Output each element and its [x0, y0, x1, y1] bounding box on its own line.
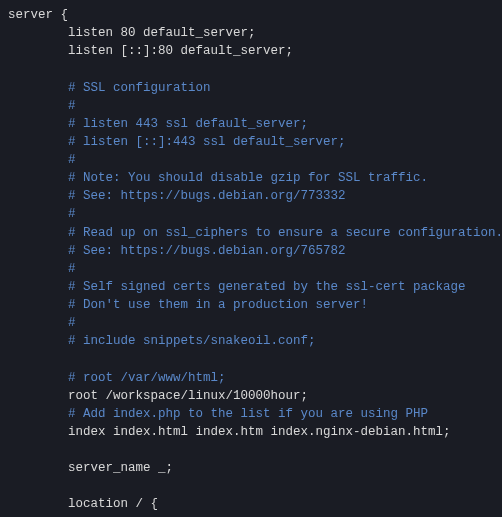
code-line: #: [8, 260, 494, 278]
code-line: [8, 441, 494, 459]
code-line: listen [::]:80 default_server;: [8, 42, 494, 60]
code-line: listen 80 default_server;: [8, 24, 494, 42]
code-line: server_name _;: [8, 459, 494, 477]
code-line: [8, 60, 494, 78]
nginx-config-code: server { listen 80 default_server; liste…: [8, 6, 494, 517]
code-line: root /workspace/linux/10000hour;: [8, 387, 494, 405]
code-line: # First attempt to serve request as file…: [8, 514, 494, 518]
code-line: [8, 477, 494, 495]
code-line: #: [8, 314, 494, 332]
code-line: # Self signed certs generated by the ssl…: [8, 278, 494, 296]
code-line: #: [8, 151, 494, 169]
code-line: server {: [8, 6, 494, 24]
code-line: # root /var/www/html;: [8, 369, 494, 387]
code-line: # See: https://bugs.debian.org/765782: [8, 242, 494, 260]
code-line: # listen 443 ssl default_server;: [8, 115, 494, 133]
code-line: # SSL configuration: [8, 79, 494, 97]
code-line: # listen [::]:443 ssl default_server;: [8, 133, 494, 151]
code-line: #: [8, 97, 494, 115]
code-line: [8, 350, 494, 368]
code-line: # See: https://bugs.debian.org/773332: [8, 187, 494, 205]
code-line: # Add index.php to the list if you are u…: [8, 405, 494, 423]
code-line: # include snippets/snakeoil.conf;: [8, 332, 494, 350]
code-line: location / {: [8, 495, 494, 513]
code-line: # Note: You should disable gzip for SSL …: [8, 169, 494, 187]
code-line: # Read up on ssl_ciphers to ensure a sec…: [8, 224, 494, 242]
code-line: #: [8, 205, 494, 223]
code-line: index index.html index.htm index.nginx-d…: [8, 423, 494, 441]
code-line: # Don't use them in a production server!: [8, 296, 494, 314]
